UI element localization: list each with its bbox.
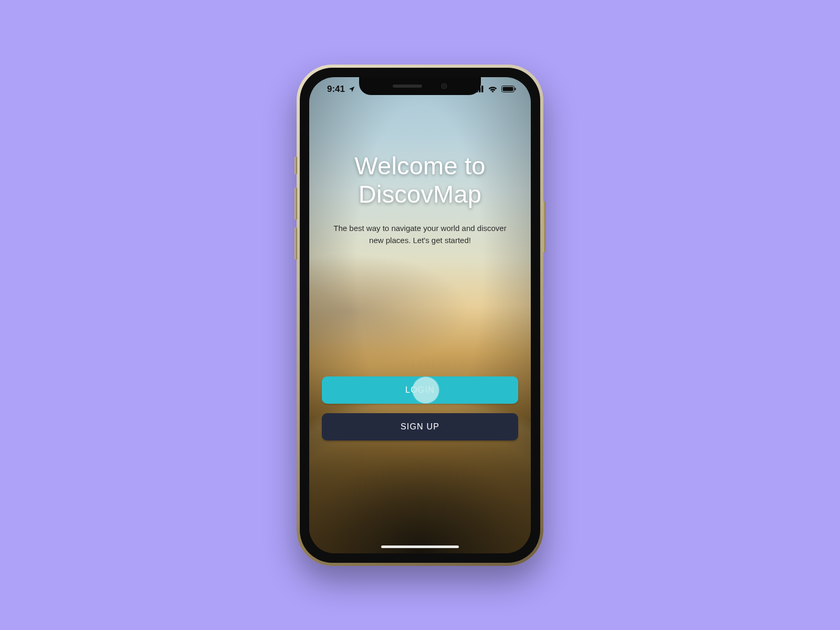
svg-rect-3 — [481, 86, 484, 92]
battery-icon — [501, 86, 516, 92]
button-stack: LOGIN SIGN UP — [322, 376, 518, 440]
mute-switch — [295, 156, 297, 174]
notch — [359, 77, 481, 95]
welcome-title-line1: Welcome to — [354, 152, 485, 180]
location-arrow-icon — [348, 86, 355, 93]
volume-down-button — [295, 227, 297, 260]
front-camera — [441, 83, 447, 89]
power-button — [543, 201, 545, 253]
phone-bezel: 9:41 — [300, 68, 540, 563]
status-time: 9:41 — [327, 84, 345, 94]
phone-frame: 9:41 — [297, 65, 543, 566]
svg-rect-5 — [503, 87, 513, 91]
welcome-title-line2: DiscovMap — [359, 180, 481, 208]
svg-rect-6 — [515, 88, 516, 90]
login-button[interactable]: LOGIN — [322, 376, 518, 404]
login-button-label: LOGIN — [405, 385, 435, 395]
phone-screen: 9:41 — [309, 77, 531, 553]
wifi-icon — [488, 86, 498, 93]
welcome-title: Welcome to DiscovMap — [354, 152, 485, 208]
home-indicator[interactable] — [381, 545, 459, 548]
signup-button-label: SIGN UP — [401, 422, 439, 432]
earpiece-speaker — [393, 85, 422, 88]
welcome-screen: Welcome to DiscovMap The best way to nav… — [309, 77, 531, 553]
welcome-subtitle: The best way to navigate your world and … — [331, 222, 509, 247]
signup-button[interactable]: SIGN UP — [322, 413, 518, 440]
volume-up-button — [295, 187, 297, 220]
